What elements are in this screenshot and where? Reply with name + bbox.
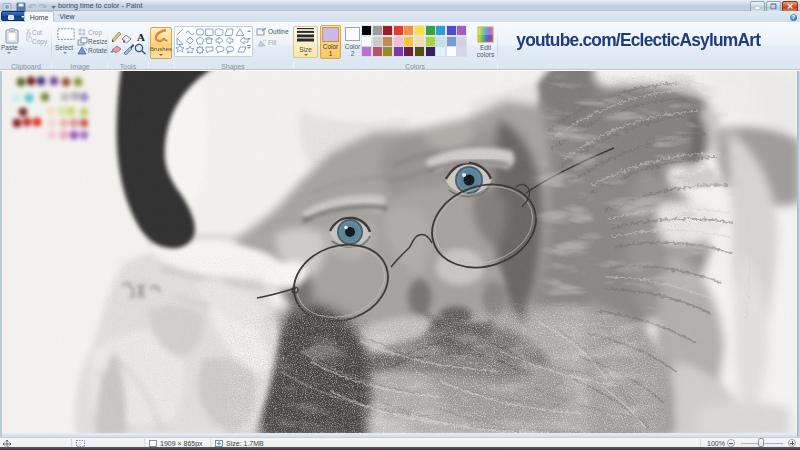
svg-text:A: A bbox=[137, 31, 145, 43]
